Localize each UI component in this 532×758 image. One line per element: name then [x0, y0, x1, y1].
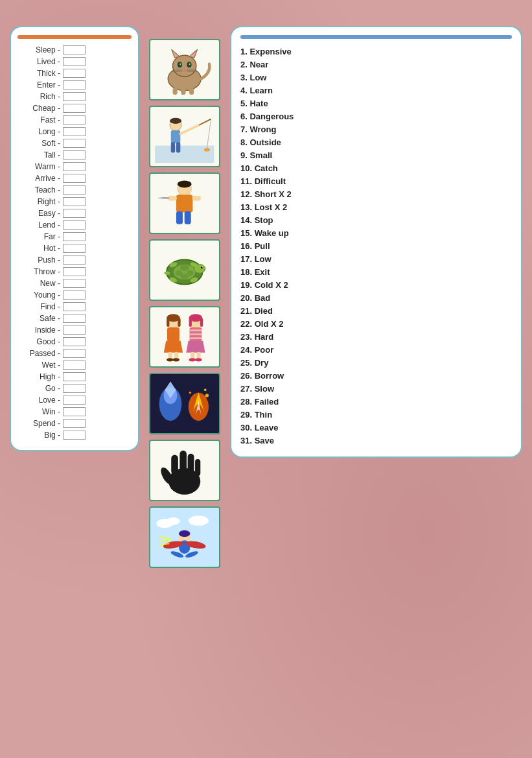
svg-point-26 — [204, 148, 210, 151]
word-row: Passed - — [17, 349, 132, 358]
answer-input-box[interactable] — [63, 255, 86, 265]
svg-rect-63 — [189, 318, 192, 327]
svg-point-42 — [181, 274, 189, 279]
word-row: Push - — [17, 255, 132, 265]
svg-rect-64 — [200, 318, 203, 327]
word-label: Safe - — [17, 314, 63, 323]
svg-line-24 — [200, 119, 211, 124]
word-label: New - — [17, 279, 63, 288]
answer-input-box[interactable] — [63, 314, 86, 323]
image-cat — [149, 39, 220, 101]
answer-input-box[interactable] — [63, 361, 86, 370]
answer-input-box[interactable] — [63, 115, 86, 124]
answer-input-box[interactable] — [63, 419, 86, 428]
answer-input-box[interactable] — [63, 162, 86, 171]
word-row: Long - — [17, 127, 132, 136]
svg-rect-18 — [155, 145, 214, 163]
word-label: Easy - — [17, 209, 63, 218]
word-label: Good - — [17, 337, 63, 346]
word-row: Thick - — [17, 69, 132, 78]
answer-input-box[interactable] — [63, 384, 86, 393]
word-label: Spend - — [17, 419, 63, 428]
svg-rect-86 — [188, 453, 194, 475]
answer-input-box[interactable] — [63, 290, 86, 300]
answer-input-box[interactable] — [63, 349, 86, 358]
answer-input-box[interactable] — [63, 372, 86, 381]
answer-input-box[interactable] — [63, 197, 86, 206]
image-turtle — [149, 239, 220, 301]
word-label: Rich - — [17, 92, 63, 101]
answer-input-box[interactable] — [63, 302, 86, 311]
answer-input-box[interactable] — [63, 139, 86, 148]
word-row: Good - — [17, 337, 132, 346]
list-item: 17. Low — [240, 254, 512, 264]
word-label: Long - — [17, 127, 63, 136]
answer-input-box[interactable] — [63, 220, 86, 230]
answer-input-box[interactable] — [63, 92, 86, 101]
word-row: Enter - — [17, 80, 132, 89]
svg-rect-32 — [168, 196, 178, 200]
list-item: 13. Lost X 2 — [240, 202, 512, 212]
answer-list: 1. Expensive2. Near3. Low4. Learn5. Hate… — [240, 47, 512, 445]
svg-line-25 — [207, 119, 211, 148]
word-row: Wet - — [17, 361, 132, 370]
answer-input-box[interactable] — [63, 57, 86, 66]
word-label: Far - — [17, 232, 63, 241]
answer-input-box[interactable] — [63, 185, 86, 195]
svg-rect-54 — [178, 318, 181, 327]
answer-input-box[interactable] — [63, 279, 86, 288]
answer-input-box[interactable] — [63, 407, 86, 416]
svg-point-80 — [189, 391, 191, 393]
word-row: Cheap - — [17, 104, 132, 113]
answer-input-box[interactable] — [63, 326, 86, 335]
answer-input-box[interactable] — [63, 80, 86, 89]
word-row: Love - — [17, 396, 132, 405]
word-row: Find - — [17, 302, 132, 311]
list-item: 10. Catch — [240, 163, 512, 173]
main-content: Sleep -Lived -Thick -Enter -Rich -Cheap … — [10, 26, 522, 568]
word-row: Right - — [17, 197, 132, 206]
word-row: Fast - — [17, 115, 132, 124]
word-row: Win - — [17, 407, 132, 416]
answer-input-box[interactable] — [63, 267, 86, 276]
word-label: Go - — [17, 384, 63, 393]
image-fishing — [149, 106, 220, 167]
images-column — [146, 26, 224, 568]
answer-input-box[interactable] — [63, 337, 86, 346]
word-label: Soft - — [17, 139, 63, 148]
answer-input-box[interactable] — [63, 396, 86, 405]
answer-input-box[interactable] — [63, 127, 86, 136]
answer-input-box[interactable] — [63, 431, 86, 440]
word-label: Teach - — [17, 185, 63, 195]
word-row: Lend - — [17, 220, 132, 230]
svg-point-91 — [189, 515, 209, 526]
svg-rect-20 — [171, 130, 181, 143]
word-label: Warm - — [17, 162, 63, 171]
word-row: Warm - — [17, 162, 132, 171]
word-row: Safe - — [17, 314, 132, 323]
svg-point-93 — [179, 530, 190, 536]
word-label: Passed - — [17, 349, 63, 358]
word-row: Rich - — [17, 92, 132, 101]
list-item: 8. Outside — [240, 137, 512, 147]
word-label: Wet - — [17, 361, 63, 370]
list-item: 28. Failed — [240, 397, 512, 407]
answer-input-box[interactable] — [63, 104, 86, 113]
word-row: Inside - — [17, 326, 132, 335]
answer-input-box[interactable] — [63, 150, 86, 160]
word-row: New - — [17, 279, 132, 288]
svg-point-8 — [180, 63, 181, 64]
list-item: 24. Poor — [240, 345, 512, 355]
word-label: Big - — [17, 431, 63, 440]
answer-input-box[interactable] — [63, 232, 86, 241]
answer-input-box[interactable] — [63, 209, 86, 218]
answer-input-box[interactable] — [63, 174, 86, 183]
list-item: 29. Thin — [240, 410, 512, 420]
answer-input-box[interactable] — [63, 69, 86, 78]
answer-input-box[interactable] — [63, 244, 86, 253]
answer-input-box[interactable] — [63, 45, 86, 54]
svg-point-39 — [180, 264, 189, 270]
image-hand — [149, 440, 220, 501]
svg-point-6 — [178, 62, 182, 67]
list-item: 14. Stop — [240, 215, 512, 225]
